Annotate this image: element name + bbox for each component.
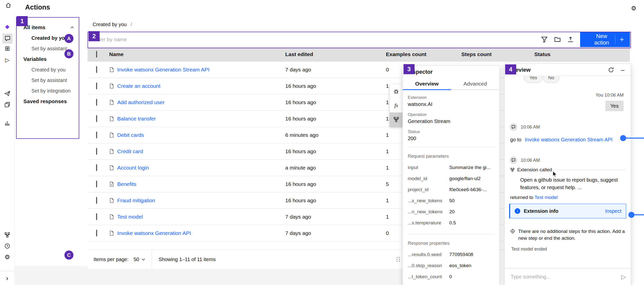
settings-gear-icon[interactable] bbox=[630, 5, 637, 12]
annotation-badge-2: 2 bbox=[89, 31, 100, 41]
pagination-fragment-icon[interactable] bbox=[396, 256, 400, 262]
kv-key: input bbox=[408, 165, 449, 170]
action-name-link[interactable]: Credit card bbox=[117, 148, 143, 154]
action-name-link[interactable]: Fraud mitigation bbox=[117, 197, 155, 203]
select-all-checkbox[interactable] bbox=[96, 51, 97, 58]
clock-icon bbox=[4, 243, 10, 249]
app-canvas: Actions All items bbox=[0, 0, 644, 285]
chat-input[interactable] bbox=[505, 274, 617, 280]
action-name-link[interactable]: Debit cards bbox=[117, 132, 144, 138]
extension-called-label: Extension called bbox=[517, 167, 552, 173]
sidenav-item-var-created-by-you[interactable]: Created by you bbox=[16, 64, 78, 75]
tab-overview[interactable]: Overview bbox=[403, 78, 451, 90]
rail-item-history[interactable] bbox=[3, 241, 12, 251]
last-edited-cell: 16 hours ago bbox=[285, 116, 386, 122]
action-name-link[interactable]: Invoke watsonx Generation API bbox=[117, 230, 191, 236]
quick-reply-no[interactable]: No bbox=[543, 76, 559, 83]
folder-icon bbox=[554, 36, 561, 43]
filter-button[interactable] bbox=[538, 32, 551, 47]
column-header-last-edited[interactable]: Last edited bbox=[285, 51, 386, 57]
annotation-badge-4: 4 bbox=[505, 64, 516, 74]
action-name-link[interactable]: Add authorized user bbox=[117, 99, 165, 105]
filter-by-name-input[interactable] bbox=[88, 32, 538, 47]
send-button[interactable] bbox=[617, 268, 631, 285]
bot-message-header: 10:06 AM bbox=[510, 123, 540, 131]
row-checkbox[interactable] bbox=[96, 181, 97, 187]
field-label: Status bbox=[408, 129, 494, 134]
kv-key: project_id bbox=[408, 187, 449, 192]
inspector-toggle-button[interactable] bbox=[390, 112, 403, 127]
action-name-link[interactable]: Benefits bbox=[117, 181, 136, 187]
extension-info-card[interactable]: Extension info Inspect bbox=[509, 204, 626, 218]
sidenav-item-var-set-by-assistant[interactable]: Set by assistant bbox=[16, 75, 78, 86]
column-header-examples-count[interactable]: Examples count bbox=[386, 51, 461, 57]
items-per-page-select[interactable]: 50 bbox=[134, 257, 145, 262]
row-checkbox[interactable] bbox=[96, 132, 97, 138]
row-checkbox[interactable] bbox=[96, 99, 97, 106]
kv-value: 0.5 bbox=[449, 220, 456, 226]
rail-item-preview[interactable] bbox=[3, 44, 12, 53]
footer-divider bbox=[152, 250, 152, 269]
grid-icon bbox=[5, 46, 10, 52]
folder-button[interactable] bbox=[551, 32, 564, 47]
last-edited-cell: 6 minutes ago bbox=[285, 132, 386, 138]
left-icon-rail bbox=[0, 14, 15, 285]
row-checkbox[interactable] bbox=[96, 164, 97, 171]
action-name-link[interactable]: Test model bbox=[117, 214, 143, 220]
tab-advanced[interactable]: Advanced bbox=[451, 78, 499, 90]
row-checkbox[interactable] bbox=[96, 197, 97, 204]
rail-item-actions[interactable] bbox=[3, 34, 12, 43]
column-header-status[interactable]: Status bbox=[534, 51, 630, 57]
home-icon[interactable] bbox=[5, 2, 12, 9]
field-label: Extension bbox=[408, 95, 494, 100]
document-icon bbox=[109, 100, 114, 105]
table-header-row: Name Last edited Examples count Steps co… bbox=[88, 47, 630, 62]
debug-bug-button[interactable] bbox=[390, 84, 403, 98]
inspect-link[interactable]: Inspect bbox=[605, 208, 621, 214]
action-name-link[interactable]: Create an account bbox=[117, 83, 160, 89]
rail-item-environments[interactable] bbox=[3, 230, 12, 239]
sidenav-item-var-set-by-integration[interactable]: Set by integration bbox=[16, 86, 78, 96]
goto-action-link[interactable]: Invoke watsonx Generation Stream API bbox=[525, 137, 613, 142]
rail-item-home[interactable] bbox=[3, 22, 12, 31]
action-name-link[interactable]: Balance transfer bbox=[117, 116, 156, 122]
rail-expand-button[interactable] bbox=[0, 271, 14, 285]
kv-row: project_idf0e0cee6-b636-... bbox=[408, 184, 494, 195]
quick-reply-yes[interactable]: Yes bbox=[524, 76, 542, 83]
restart-button[interactable] bbox=[608, 66, 615, 73]
rail-item-settings[interactable] bbox=[3, 253, 12, 262]
column-header-name[interactable]: Name bbox=[109, 51, 285, 57]
row-checkbox[interactable] bbox=[96, 213, 97, 220]
breadcrumb-item[interactable]: Created by you bbox=[93, 22, 127, 27]
inspector-panel: Inspector Overview Advanced Extension wa… bbox=[403, 66, 500, 285]
preview-panel: Preview Yes No You 10:06 AM Yes 10:06 AM… bbox=[504, 64, 631, 285]
row-checkbox[interactable] bbox=[96, 115, 97, 122]
upload-button[interactable] bbox=[564, 32, 577, 47]
rail-item-analytics[interactable] bbox=[3, 118, 12, 127]
rail-item-integrations[interactable] bbox=[3, 100, 12, 109]
action-name-link[interactable]: Account login bbox=[117, 165, 149, 171]
kv-value: google/flan-ul2 bbox=[449, 176, 481, 181]
kv-key: ...x_new_tokens bbox=[408, 198, 449, 203]
variables-fx-button[interactable] bbox=[390, 98, 403, 112]
last-edited-cell: 16 hours ago bbox=[285, 148, 386, 154]
column-header-steps-count[interactable]: Steps count bbox=[461, 51, 534, 57]
row-checkbox[interactable] bbox=[96, 230, 97, 236]
chevron-up-icon[interactable] bbox=[70, 26, 74, 29]
returned-action-link[interactable]: Test model bbox=[535, 195, 558, 200]
new-action-button[interactable]: New action + bbox=[580, 32, 630, 47]
watsonx-logo-icon bbox=[5, 23, 10, 30]
row-checkbox[interactable] bbox=[96, 83, 97, 89]
field-value: 200 bbox=[408, 136, 494, 141]
action-name-link[interactable]: Invoke watsonx Generation Stream API bbox=[117, 67, 210, 73]
annotation-circle-b: B bbox=[64, 49, 73, 58]
refresh-icon bbox=[608, 67, 614, 73]
minimize-button[interactable] bbox=[619, 66, 626, 73]
row-checkbox[interactable] bbox=[96, 66, 97, 73]
sidenav-group-saved-responses[interactable]: Saved responses bbox=[16, 96, 78, 107]
extension-info-title: Extension info bbox=[524, 208, 558, 214]
row-checkbox[interactable] bbox=[96, 148, 97, 155]
field-extension: Extension watsonx.AI bbox=[408, 95, 494, 107]
rail-item-run[interactable] bbox=[3, 55, 12, 64]
rail-item-publish[interactable] bbox=[3, 89, 12, 98]
